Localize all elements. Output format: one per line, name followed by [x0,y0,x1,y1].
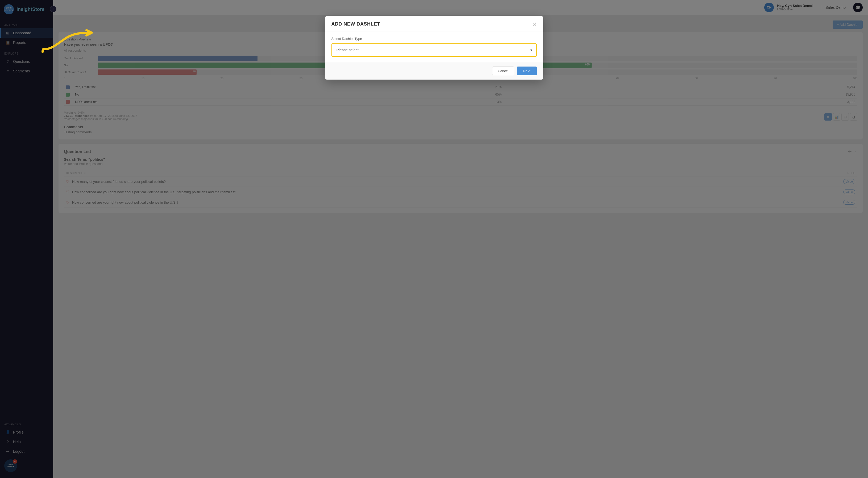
modal-footer: Cancel Next [325,62,543,80]
next-button[interactable]: Next [517,66,537,75]
modal-close-button[interactable]: ✕ [532,22,537,27]
modal-select-label: Select Dashlet Type [332,37,537,41]
modal-body: Select Dashlet Type Please select... ▾ [325,31,543,62]
dashlet-type-select[interactable]: Please select... [332,44,536,56]
modal-overlay[interactable]: ADD NEW DASHLET ✕ Select Dashlet Type Pl… [0,0,868,478]
cancel-button[interactable]: Cancel [492,66,514,75]
dashlet-type-select-wrapper: Please select... ▾ [332,43,537,57]
arrow-annotation [41,28,94,56]
modal: ADD NEW DASHLET ✕ Select Dashlet Type Pl… [325,16,543,80]
modal-title: ADD NEW DASHLET [332,21,380,27]
modal-header: ADD NEW DASHLET ✕ [325,16,543,31]
